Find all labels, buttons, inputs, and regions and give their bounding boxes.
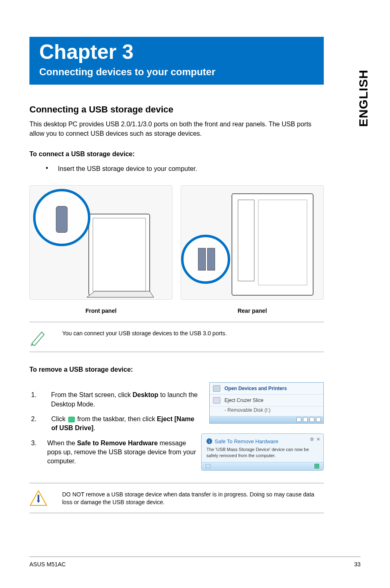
step-2-post: . [94,424,95,431]
balloon-body: The 'USB Mass Storage Device' device can… [206,447,318,459]
section-intro: This desktop PC provides USB 2.0/1.1/3.0… [29,120,324,138]
front-panel-illustration [29,185,173,300]
rear-panel-label: Rear panel [238,308,267,314]
eject-menu-popup: Open Devices and Printers Eject Cruzer S… [209,382,324,423]
page: ENGLISH Chapter 3 Connecting devices to … [0,0,390,588]
step-2-text: Click from the taskbar, then click Eject… [52,415,202,433]
tray-icon-3 [309,417,314,422]
svg-rect-8 [208,248,215,270]
pencil-icon [29,328,47,346]
connect-bullet-text: Insert the USB storage device to your co… [58,164,197,173]
step-3-pre: When the [47,440,77,447]
step-3-text: When the Safe to Remove Hardware message… [47,439,202,466]
svg-marker-10 [37,500,40,503]
remove-two-col: 1. From the Start screen, click Desktop … [29,385,324,471]
safe-remove-balloon: ⚙ ✕ i Safe To Remove Hardware The 'USB M… [201,433,324,471]
front-panel-label: Front panel [85,308,117,314]
svg-rect-7 [198,248,206,270]
tray-strip [210,416,323,423]
front-panel-zoom-circle [33,189,90,246]
warning-note: DO NOT remove a USB storage device when … [29,483,324,513]
step-1-pre: From the Start screen, click [51,391,132,398]
rear-panel-col: Rear panel [181,185,324,314]
language-tab: ENGLISH [357,70,370,127]
usb-tray-icon [68,417,75,422]
open-devices-row[interactable]: Open Devices and Printers [210,383,323,395]
step-2-num: 2. [29,415,42,424]
balloon-taskbar [202,462,323,470]
section-heading: Connecting a USB storage device [29,104,361,115]
open-devices-label: Open Devices and Printers [224,386,287,391]
bullet-dot-icon: • [46,164,48,172]
eject-row[interactable]: Eject Cruzer Slice [210,395,323,406]
page-footer: ASUS M51AC 33 [29,557,361,568]
balloon-title: Safe To Remove Hardware [215,438,278,445]
step-2: 2. Click from the taskbar, then click Ej… [29,415,202,433]
tip-text: You can connect your USB storage devices… [62,328,227,337]
footer-product: ASUS M51AC [29,561,66,568]
step-3: 3. When the Safe to Remove Hardware mess… [29,439,202,466]
remove-steps: 1. From the Start screen, click Desktop … [29,385,202,471]
step-1: 1. From the Start screen, click Desktop … [29,391,202,409]
step-1-text: From the Start screen, click Desktop to … [51,391,202,409]
remove-heading: To remove a USB storage device: [29,365,361,374]
svg-rect-4 [232,194,313,295]
tray-icon-2 [303,417,308,422]
chapter-title: Chapter 3 [39,42,314,62]
balloon-controls: ⚙ ✕ [310,436,320,442]
step-3-num: 3. [29,439,37,448]
info-icon: i [206,438,212,444]
tip-note: You can connect your USB storage devices… [29,322,324,352]
diagram-row: Front panel Rear panel [29,185,324,314]
balloon-settings-icon[interactable]: ⚙ [310,436,314,442]
tray-icon-4 [316,417,321,422]
devices-icon [213,385,220,392]
step-2-mid: from the taskbar, then click [76,415,157,422]
balloon-close-icon[interactable]: ✕ [316,436,320,442]
chapter-subtitle: Connecting devices to your computer [39,66,314,78]
footer-page-number: 33 [354,561,361,568]
rear-panel-zoom-circle [181,235,230,284]
svg-rect-3 [56,206,67,232]
step-2-pre: Click [52,415,67,422]
screenshots-col: Open Devices and Printers Eject Cruzer S… [209,382,324,471]
step-1-bold: Desktop [132,391,158,398]
step-1-num: 1. [29,391,41,399]
drive-icon [213,397,220,404]
connect-heading: To connect a USB storage device: [29,150,361,159]
tray-icon-1 [296,417,301,422]
step-3-bold: Safe to Remove Hardware [77,440,157,447]
svg-rect-0 [89,214,150,295]
eject-label: Eject Cruzer Slice [224,397,263,403]
taskbar-grip-icon [206,464,211,468]
chapter-header: Chapter 3 Connecting devices to your com… [29,37,324,85]
taskbar-usb-icon [314,464,319,469]
rear-panel-illustration [181,185,324,300]
connect-bullet-row: • Insert the USB storage device to your … [29,164,361,173]
warning-icon [29,489,47,507]
front-panel-col: Front panel [29,185,173,314]
removable-disk-label: - Removable Disk (I:) [210,406,323,415]
svg-marker-2 [87,291,154,297]
warning-text: DO NOT remove a USB storage device when … [62,489,324,506]
balloon-title-row: i Safe To Remove Hardware [206,438,318,445]
